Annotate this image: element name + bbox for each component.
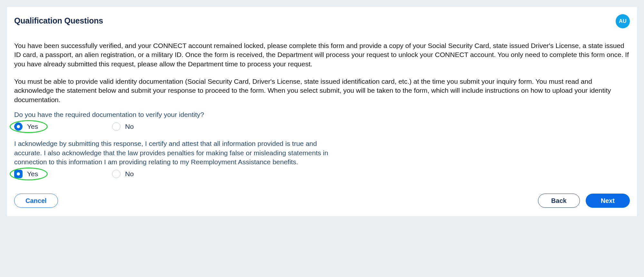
question-1-prompt: Do you have the required documentation t… xyxy=(14,110,336,119)
question-2-option-yes[interactable]: Yes xyxy=(14,170,38,178)
question-2-option-no[interactable]: No xyxy=(112,170,134,178)
footer-right: Back Next xyxy=(538,194,630,208)
question-1-option-no[interactable]: No xyxy=(112,122,134,131)
question-1: Do you have the required documentation t… xyxy=(14,110,630,131)
question-1-yes-label: Yes xyxy=(27,123,38,130)
back-button[interactable]: Back xyxy=(538,194,580,208)
question-2-yes-label: Yes xyxy=(27,170,38,178)
avatar[interactable]: AU xyxy=(616,14,630,28)
radio-unselected-icon xyxy=(112,170,120,178)
radio-selected-icon xyxy=(14,122,23,131)
radio-selected-icon xyxy=(14,170,23,178)
intro-text: You have been successfully verified, and… xyxy=(14,41,630,104)
footer-actions: Cancel Back Next xyxy=(14,194,630,208)
radio-unselected-icon xyxy=(112,122,120,131)
cancel-button[interactable]: Cancel xyxy=(14,194,58,208)
question-2-prompt: I acknowledge by submitting this respons… xyxy=(14,139,336,167)
card-header: Qualification Questions AU xyxy=(14,16,630,28)
next-button[interactable]: Next xyxy=(586,194,630,208)
intro-paragraph-1: You have been successfully verified, and… xyxy=(14,41,630,69)
page-title: Qualification Questions xyxy=(14,16,103,25)
intro-paragraph-2: You must be able to provide valid identi… xyxy=(14,77,630,104)
question-2-options: Yes No xyxy=(14,170,630,178)
question-2-no-label: No xyxy=(125,170,134,178)
question-1-option-yes[interactable]: Yes xyxy=(14,122,38,131)
radio-dot-icon xyxy=(17,125,20,128)
page-wrapper: Qualification Questions AU You have been… xyxy=(0,0,644,223)
form-card: Qualification Questions AU You have been… xyxy=(7,7,637,216)
radio-dot-icon xyxy=(17,172,20,176)
question-1-no-label: No xyxy=(125,123,134,130)
question-1-options: Yes No xyxy=(14,122,630,131)
question-2: I acknowledge by submitting this respons… xyxy=(14,139,630,178)
